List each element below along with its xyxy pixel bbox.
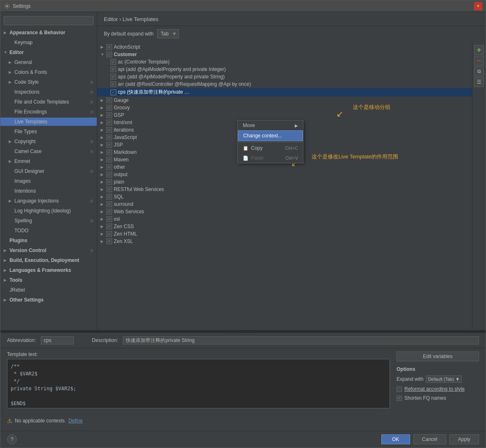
api1-check[interactable]: ✓ [110, 66, 116, 72]
other-check[interactable]: ✓ [106, 164, 112, 170]
list-item-arr[interactable]: ✓ arr (add @RestController @RequestMappi… [97, 80, 472, 88]
sidebar-item-appearance[interactable]: ▶ Appearance & Behavior [0, 28, 97, 38]
arr-check[interactable]: ✓ [110, 81, 116, 87]
list-item-gsp[interactable]: ▶ ✓ GSP [97, 111, 472, 119]
list-item-plain[interactable]: ▶ ✓ plain [97, 178, 472, 186]
ok-button[interactable]: OK [381, 434, 410, 444]
sidebar-item-live-templates[interactable]: ▶ Live Templates [0, 117, 97, 127]
cancel-button[interactable]: Cancel [413, 434, 446, 444]
description-input[interactable] [123, 336, 479, 344]
sidebar-item-language-injections[interactable]: ▶ Language Injections ⚙ [0, 196, 97, 206]
sidebar-item-tools[interactable]: ▶ Tools [0, 275, 97, 285]
abbreviation-input[interactable] [41, 336, 74, 344]
sidebar-item-file-types[interactable]: ▶ File Types [0, 127, 97, 137]
sidebar-item-general[interactable]: ▶ General [0, 57, 97, 67]
xsl-check[interactable]: ✓ [106, 216, 112, 222]
customer-check[interactable]: ✓ [106, 52, 112, 57]
sidebar-item-file-encodings[interactable]: ▶ File Encodings ⚙ [0, 107, 97, 117]
sidebar-item-emmet[interactable]: ▶ Emmet [0, 156, 97, 166]
titlebar: Settings × [0, 0, 486, 12]
list-item-xsl[interactable]: ▶ ✓ xsl [97, 215, 472, 223]
list-item-cps[interactable]: ✓ cps (快速添加带注释的private … [97, 88, 472, 97]
sql-check[interactable]: ✓ [106, 194, 112, 200]
sidebar-item-gui-designer[interactable]: ▶ GUI Designer ⚙ [0, 166, 97, 176]
list-item-other[interactable]: ▶ ✓ other [97, 163, 472, 171]
sidebar-item-build[interactable]: ▶ Build, Execution, Deployment [0, 255, 97, 265]
output-check[interactable]: ✓ [106, 172, 112, 177]
actionscript-check[interactable]: ✓ [106, 44, 112, 50]
plain-check[interactable]: ✓ [106, 179, 112, 185]
ac-check[interactable]: ✓ [110, 59, 116, 65]
list-item-api1[interactable]: ✓ api (add @ApiModelProperty and private… [97, 66, 472, 73]
sidebar-item-camel-case[interactable]: ▶ Camel Case ⚙ [0, 146, 97, 156]
sidebar-item-colors-fonts[interactable]: ▶ Colors & Fonts [0, 67, 97, 77]
edit-variables-button[interactable]: Edit variables [397, 351, 479, 361]
iterations-check[interactable]: ✓ [106, 127, 112, 133]
aps-check[interactable]: ✓ [110, 74, 116, 80]
sidebar-item-log-highlighting[interactable]: ▶ Log Highlighting (Ideolog) [0, 206, 97, 216]
list-item-output[interactable]: ▶ ✓ output [97, 171, 472, 178]
sidebar-item-code-style[interactable]: ▶ Code Style ⚙ [0, 77, 97, 87]
sidebar-item-inspections[interactable]: ▶ Inspections ⚙ [0, 87, 97, 97]
list-item-groovy[interactable]: ▶ ✓ Groovy [97, 104, 472, 111]
sidebar-item-jrebel[interactable]: ▶ JRebel [0, 285, 97, 295]
close-button[interactable]: × [474, 2, 482, 10]
sidebar-item-copyright[interactable]: ▶ Copyright ⚙ [0, 137, 97, 146]
list-item-zenhtml[interactable]: ▶ ✓ Zen HTML [97, 230, 472, 238]
copy-button[interactable]: ⧉ [474, 66, 484, 76]
list-item-webservices[interactable]: ▶ ✓ Web Services [97, 208, 472, 215]
list-item-gauge[interactable]: ▶ ✓ Gauge [97, 97, 472, 104]
sidebar-item-keymap[interactable]: ▶ Keymap [0, 38, 97, 47]
define-link[interactable]: Define [68, 418, 83, 424]
sidebar-item-intentions[interactable]: ▶ Intentions [0, 186, 97, 196]
sidebar-item-languages[interactable]: ▶ Languages & Frameworks [0, 265, 97, 275]
zenhtml-check[interactable]: ✓ [106, 231, 112, 237]
sidebar-item-version-control[interactable]: ▶ Version Control ⚙ [0, 245, 97, 255]
reformat-checkbox[interactable] [397, 387, 402, 392]
sidebar-item-other-settings[interactable]: ▶ Other Settings [0, 295, 97, 305]
list-button[interactable]: ☰ [474, 77, 484, 87]
remove-button[interactable]: − [474, 56, 484, 66]
webservices-check[interactable]: ✓ [106, 209, 112, 215]
context-menu-move[interactable]: Move ▶ [238, 120, 303, 130]
context-menu-change-context[interactable]: Change context... [238, 130, 303, 141]
sidebar-item-todo[interactable]: ▶ TODO [0, 226, 97, 236]
list-item-customer[interactable]: ▼ ✓ Customer [97, 51, 472, 58]
list-item-zencss[interactable]: ▶ ✓ Zen CSS [97, 223, 472, 230]
restful-check[interactable]: ✓ [106, 186, 112, 192]
apply-button[interactable]: Apply [449, 434, 479, 444]
list-item-aps[interactable]: ✓ aps (add @ApiModelProperty and private… [97, 73, 472, 80]
template-list: ▶ ✓ ActionScript ▼ ✓ Customer ✓ [97, 42, 472, 330]
gauge-check[interactable]: ✓ [106, 97, 112, 103]
zenxsl-check[interactable]: ✓ [106, 238, 112, 244]
jsp-check[interactable]: ✓ [106, 142, 112, 148]
javascript-check[interactable]: ✓ [106, 134, 112, 140]
sidebar-item-plugins[interactable]: ▶ Plugins [0, 236, 97, 245]
expand-with-select[interactable]: Default (Tab) ▼ [426, 375, 462, 383]
groovy-check[interactable]: ✓ [106, 105, 112, 111]
context-menu-copy[interactable]: 📋 Copy Ctrl+C [238, 143, 303, 153]
list-item-ac[interactable]: ✓ ac (Controler Template) [97, 58, 472, 66]
shorten-checkbox[interactable]: ✓ [397, 396, 402, 401]
list-item-restful[interactable]: ▶ ✓ RESTful Web Services [97, 186, 472, 193]
maven-check[interactable]: ✓ [106, 157, 112, 163]
sidebar-item-images[interactable]: ▶ Images [0, 176, 97, 186]
htmlxml-check[interactable]: ✓ [106, 120, 112, 125]
sidebar-item-spelling[interactable]: ▶ Spelling ⚙ [0, 216, 97, 226]
sidebar-item-file-code-templates[interactable]: ▶ File and Code Templates ⚙ [0, 97, 97, 107]
help-button[interactable]: ? [7, 434, 17, 444]
expand-select[interactable]: Tab ▼ [157, 29, 179, 38]
surround-check[interactable]: ✓ [106, 201, 112, 207]
list-item-surround[interactable]: ▶ ✓ surround [97, 200, 472, 208]
gsp-check[interactable]: ✓ [106, 112, 112, 118]
cps-check[interactable]: ✓ [110, 90, 116, 95]
add-button[interactable]: + [474, 45, 484, 55]
list-item-actionscript[interactable]: ▶ ✓ ActionScript [97, 43, 472, 51]
list-item-zenxsl[interactable]: ▶ ✓ Zen XSL [97, 238, 472, 245]
list-item-sql[interactable]: ▶ ✓ SQL [97, 193, 472, 200]
markdown-check[interactable]: ✓ [106, 149, 112, 155]
sidebar-item-editor[interactable]: ▼ Editor [0, 47, 97, 57]
template-textarea[interactable]: /** * $VAR2$ */ private String $VAR2$; $… [7, 359, 390, 408]
search-input[interactable] [4, 16, 94, 25]
zencss-check[interactable]: ✓ [106, 224, 112, 229]
